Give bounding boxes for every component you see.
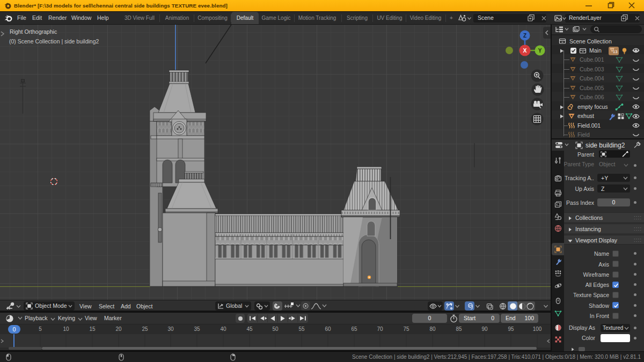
svg-text:Z: Z — [523, 33, 526, 39]
svg-text:Y: Y — [538, 48, 542, 54]
svg-text:X: X — [523, 47, 526, 54]
